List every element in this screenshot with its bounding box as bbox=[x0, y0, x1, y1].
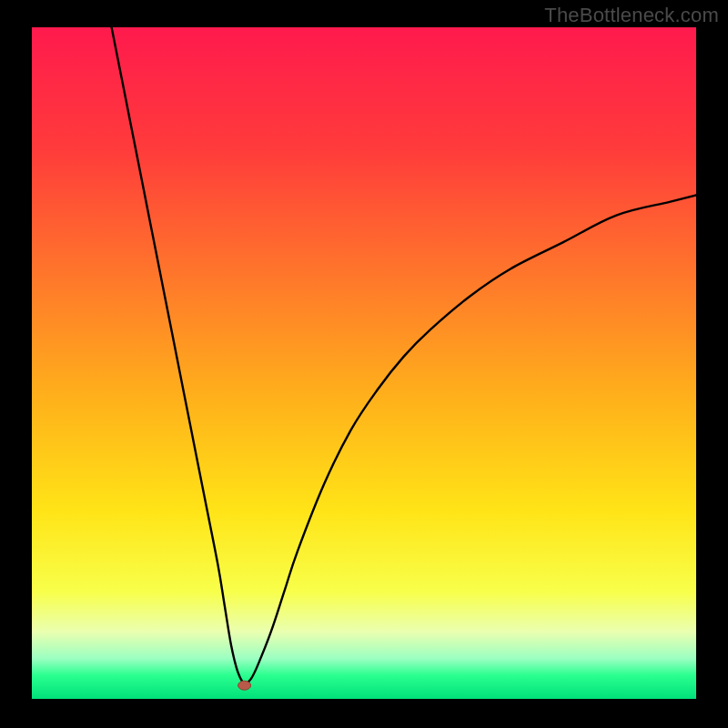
watermark-label: TheBottleneck.com bbox=[544, 4, 719, 27]
chart-frame: TheBottleneck.com bbox=[0, 0, 728, 728]
minimum-marker bbox=[238, 681, 251, 690]
plot-area bbox=[32, 27, 696, 699]
bottleneck-chart bbox=[32, 27, 696, 699]
